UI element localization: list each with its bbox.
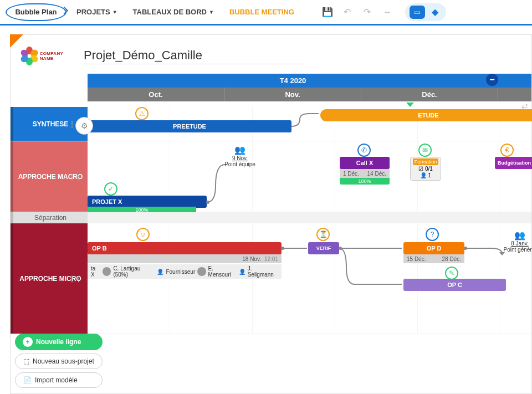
people-row-opb[interactable]: ta X C. Lartigau (50%)👤 Fournisseur E. M… xyxy=(88,264,282,279)
row-label-macro[interactable]: APPROCHE MACRO ⋮⋮ xyxy=(11,141,88,212)
project-header: COMPANY NAME Projet_Démo_Camille xyxy=(11,35,531,74)
mail-icon[interactable]: ✉ xyxy=(418,144,432,157)
bar-opc[interactable]: OP C xyxy=(403,279,506,291)
row-micro: APPROCHE MICRO ⋮⋮ ☺ OP B 18 Nov.12:01 ta… xyxy=(11,223,531,334)
month-dec[interactable]: Déc. xyxy=(361,88,498,101)
row-content-macro[interactable]: 👥 9 Nov. Point équipe ✆ Call X 1 Déc.14 … xyxy=(88,141,531,212)
gear-icon[interactable]: ⚙ xyxy=(75,117,93,135)
row-label-separation[interactable]: Séparation xyxy=(11,212,88,223)
edit-icon[interactable]: ✎ xyxy=(445,267,458,280)
project-title[interactable]: Projet_Démo_Camille xyxy=(84,48,305,64)
check-icon[interactable]: ✓ xyxy=(104,182,117,196)
row-macro: APPROCHE MACRO ⋮⋮ 👥 9 Nov. Point équipe … xyxy=(11,141,531,212)
company-name: COMPANY NAME xyxy=(40,51,75,61)
bar-opb-date: 18 Nov.12:01 xyxy=(88,254,282,263)
import-icon: 📄 xyxy=(23,376,32,384)
grip-icon[interactable]: ⋮⋮ xyxy=(69,173,82,181)
top-toolbar: Bubble Plan PROJETS▼ TABLEAUX DE BORD▼ B… xyxy=(0,0,532,25)
bar-projetx[interactable]: PROJET X xyxy=(88,196,207,208)
save-icon[interactable]: 💾 xyxy=(320,4,335,20)
nav-meeting[interactable]: BUBBLE MEETING xyxy=(224,3,300,21)
row-content-separation xyxy=(88,212,531,223)
month-oct[interactable]: Oct. xyxy=(88,88,224,101)
bar-etude[interactable]: ETUDE xyxy=(320,109,532,121)
calendar-view-icon[interactable]: ▭ xyxy=(410,6,425,19)
gantt-body: ⇄ SYNTHESE ⋮⋮ ⚠ PREETUDE ETUDE APPROCHE … xyxy=(11,101,531,334)
row-separation: Séparation xyxy=(11,212,531,223)
redo-icon[interactable]: ↷ xyxy=(360,4,375,20)
quarter-header: T4 2020 − xyxy=(88,74,531,88)
question-icon[interactable]: ? xyxy=(426,228,439,241)
avatar-icon xyxy=(197,267,206,276)
new-subproject-button[interactable]: ⬚ Nouveau sous-projet xyxy=(15,354,103,369)
people-icon: 👥 xyxy=(221,145,259,155)
avatar-icon xyxy=(103,267,111,276)
row-content-synthese[interactable]: ⚠ PREETUDE ETUDE xyxy=(88,107,531,141)
bar-callx[interactable]: Call X xyxy=(340,157,390,169)
hourglass-icon[interactable]: ⏳ xyxy=(316,228,330,241)
plus-icon: + xyxy=(23,337,33,347)
subproject-icon: ⬚ xyxy=(23,357,29,365)
milestone-point-equipe[interactable]: 👥 9 Nov. Point équipe xyxy=(221,145,259,167)
grip-icon[interactable]: ⋮⋮ xyxy=(69,275,82,283)
warning-icon[interactable]: ⚠ xyxy=(135,107,149,120)
new-line-button[interactable]: + Nouvelle ligne xyxy=(15,334,103,350)
expand-icon[interactable]: ↔ xyxy=(380,4,395,20)
smile-icon[interactable]: ☺ xyxy=(136,228,150,241)
quarter-label: T4 2020 − xyxy=(88,74,498,88)
month-nov[interactable]: Nov. xyxy=(224,88,361,101)
bar-opd[interactable]: OP D xyxy=(403,242,464,254)
row-content-micro[interactable]: ☺ OP B 18 Nov.12:01 ta X C. Lartigau (50… xyxy=(88,223,531,334)
people-icon: 👥 xyxy=(503,230,532,241)
workspace: COMPANY NAME Projet_Démo_Camille ⚙ T4 20… xyxy=(10,34,532,394)
person-icon: 👤 xyxy=(239,269,245,275)
card-formation[interactable]: Formation ☑ 0/1 👤 1 xyxy=(410,157,441,181)
view-toggle: ▭ ◆ xyxy=(405,3,446,21)
euro-icon[interactable]: € xyxy=(500,144,514,157)
bar-callx-progress: 100% xyxy=(340,178,390,185)
diamond-view-icon[interactable]: ◆ xyxy=(428,6,442,19)
app-logo[interactable]: Bubble Plan xyxy=(6,3,66,21)
nav-projets[interactable]: PROJETS▼ xyxy=(71,3,123,21)
collapse-quarter-icon[interactable]: − xyxy=(486,74,498,86)
bar-callx-dates: 1 Déc.14 Déc. xyxy=(340,169,390,178)
caret-down-icon: ▼ xyxy=(112,9,117,15)
row-label-micro[interactable]: APPROCHE MICRO ⋮⋮ xyxy=(11,223,88,334)
import-model-button[interactable]: 📄 Import modèle xyxy=(15,372,103,388)
bar-verif[interactable]: VERIF xyxy=(308,242,339,254)
marker-green-icon xyxy=(406,103,414,107)
bar-budget[interactable]: Budgétisation xyxy=(495,157,532,169)
nav-tableaux[interactable]: TABLEAUX DE BORD▼ xyxy=(127,3,219,21)
bar-opd-dates: 15 Déc.28 Déc. xyxy=(403,254,464,263)
bar-opb[interactable]: OP B xyxy=(88,242,282,254)
company-logo: COMPANY NAME xyxy=(19,45,75,67)
undo-icon[interactable]: ↶ xyxy=(340,4,355,20)
milestone-point-general[interactable]: 👥 8 Janv. Point général xyxy=(503,230,532,253)
caret-down-icon: ▼ xyxy=(209,9,214,15)
petals-icon xyxy=(19,46,38,66)
bottom-buttons: + Nouvelle ligne ⬚ Nouveau sous-projet 📄… xyxy=(15,334,103,388)
person-icon: 👤 xyxy=(157,269,163,275)
months-header: Oct. Nov. Déc. xyxy=(88,88,531,101)
bar-preetude[interactable]: PREETUDE xyxy=(88,120,291,132)
phone-icon[interactable]: ✆ xyxy=(357,144,371,157)
